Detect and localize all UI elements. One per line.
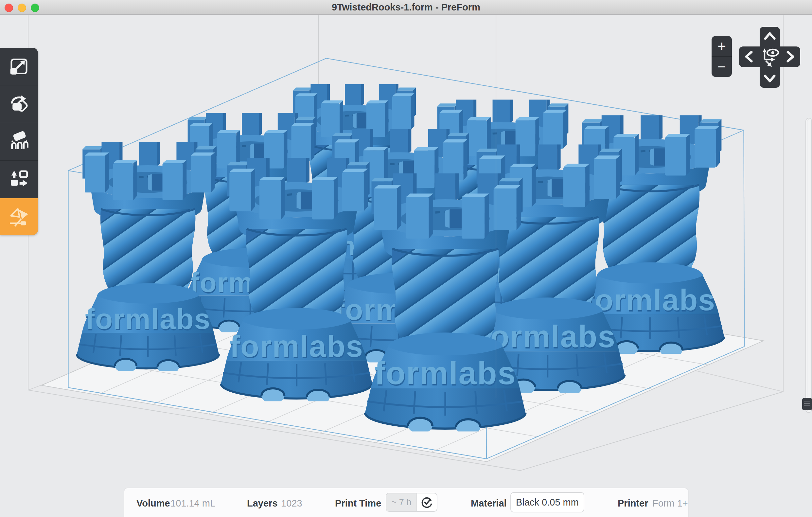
zoom-in-button[interactable]: + — [712, 36, 732, 57]
print-time-control: ~ 7 h — [386, 493, 437, 512]
volume-value: 101.14 mL — [170, 498, 215, 509]
volume-label: Volume — [137, 498, 170, 509]
view-dpad — [739, 27, 800, 88]
window-title: 9TwistedRooks-1.form - PreForm — [0, 0, 812, 15]
tool-sidebar — [0, 48, 38, 235]
layout-icon — [8, 169, 30, 190]
tool-supports-button[interactable] — [0, 123, 38, 161]
supports-icon — [8, 131, 30, 152]
material-label: Material — [471, 498, 507, 509]
layer-slider-track[interactable] — [806, 118, 812, 413]
tool-layout-button[interactable] — [0, 161, 38, 198]
refresh-check-icon — [421, 496, 433, 509]
zoom-control: + − — [712, 36, 732, 77]
refresh-print-time-button[interactable] — [416, 493, 437, 511]
tool-print-button[interactable] — [0, 198, 38, 235]
viewport-3d[interactable]: formlabs formlabs — [0, 15, 812, 517]
title-bar: 9TwistedRooks-1.form - PreForm — [0, 0, 812, 15]
rook-models — [48, 71, 754, 489]
layers-value: 1023 — [281, 498, 302, 509]
scale-icon — [8, 56, 30, 77]
print-time-value: ~ 7 h — [386, 493, 416, 511]
material-selector[interactable]: Black 0.05 mm — [510, 492, 584, 512]
print-icon — [7, 205, 30, 228]
material-value: Black 0.05 mm — [516, 497, 579, 508]
layer-slider-handle[interactable] — [802, 398, 812, 410]
printer-value: Form 1+ — [652, 498, 688, 509]
printer-label: Printer — [618, 498, 648, 509]
tool-orient-button[interactable] — [0, 85, 38, 123]
rotate-icon — [8, 93, 30, 115]
zoom-out-button[interactable]: − — [712, 57, 732, 77]
status-bar: Volume 101.14 mL Layers 1023 Print Time … — [124, 488, 689, 517]
print-time-label: Print Time — [335, 498, 381, 509]
tool-scale-button[interactable] — [0, 48, 38, 85]
layers-label: Layers — [247, 498, 278, 509]
